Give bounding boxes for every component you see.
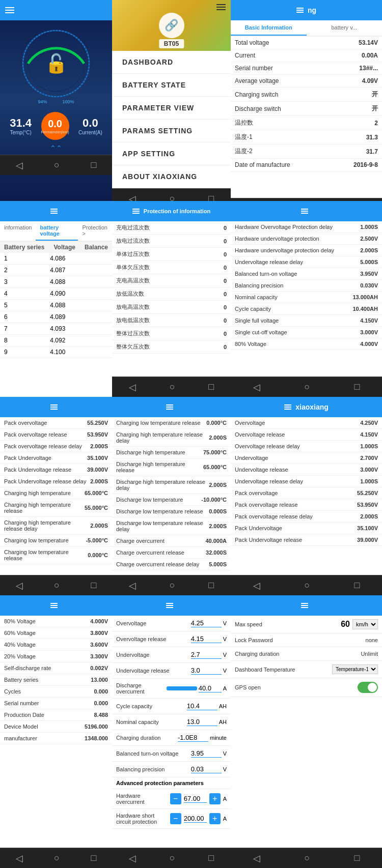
nav-bar-7: ◁ ○ □ [0,575,112,595]
tab-battery-v[interactable]: battery v... [307,20,383,36]
header-info: ng [231,0,382,20]
back-icon[interactable]: ◁ [129,193,136,201]
param-cd-input[interactable] [178,734,208,742]
header-menu-icon-8[interactable] [166,404,173,410]
recent-icon[interactable]: □ [354,853,360,863]
max-speed-unit-select[interactable]: km/h [352,619,378,629]
tab-basic-info[interactable]: Basic Information [231,20,307,36]
prot-row-8: 放电低温次数 0 [112,314,231,327]
param-cc-input[interactable] [187,702,217,710]
prot-row-10: 整体欠压次数 0 [112,340,231,354]
param-disch-oc-input[interactable] [199,684,222,692]
home-icon[interactable]: ○ [54,160,60,170]
hw-short-minus[interactable]: − [170,813,181,824]
recent-icon[interactable]: □ [91,580,96,591]
menu-item-parameter-view[interactable]: PARAMETER VIEW [112,97,231,120]
param-uvr-input[interactable] [191,667,222,675]
header-menu-icon-7[interactable] [50,404,58,410]
home-icon[interactable]: ○ [54,580,60,591]
header-menu-icon-9[interactable] [284,404,291,410]
header-menu-icon-5[interactable] [132,209,140,214]
label-total-voltage: Total voltage [235,39,359,46]
hw-oc-minus[interactable]: − [170,793,181,804]
header-menu-icon-4[interactable] [50,209,58,214]
header-menu-icon[interactable] [296,8,304,13]
tab-protection[interactable]: Protection > [78,221,112,241]
overcurrent-slider[interactable] [167,686,197,690]
recent-icon[interactable]: □ [208,193,214,201]
back-icon[interactable]: ◁ [129,580,136,591]
menu-item-battery-state[interactable]: BATTERY STATE [112,74,231,97]
param-bv-input[interactable] [191,749,222,758]
dashboard-temp-select[interactable]: Temperature-1 Temperature-2 [332,664,378,674]
home-icon[interactable]: ○ [170,382,175,392]
back-icon[interactable]: ◁ [16,853,23,864]
back-icon[interactable]: ◁ [129,853,136,864]
recent-icon[interactable]: □ [208,853,214,863]
chg-low-temp-release: Charging low temperature release 0.000°C [0,546,112,564]
param-hw-short: Hardware short circuit protection − + A [112,809,231,829]
hw-short-plus[interactable]: + [209,813,221,824]
recent-icon[interactable]: □ [354,382,360,392]
home-icon[interactable]: ○ [170,580,175,591]
prot-row-9: 整体过压次数 0 [112,327,231,340]
pack-uv-release-delay: Pack Undervoltage release delay 2.000S [0,476,112,487]
menu-item-params-setting[interactable]: PARAMS SETTING [112,120,231,142]
header-discharge [112,397,231,417]
param-nc-input[interactable] [187,718,217,726]
tab-information[interactable]: information [0,221,36,241]
header-menu-icon-6[interactable] [301,209,308,214]
label-discharge-switch: Discharge switch [235,105,372,112]
hamburger-top[interactable] [216,3,226,12]
home-icon[interactable]: ○ [170,853,175,863]
recent-icon[interactable]: □ [91,160,96,170]
label-wenkong: 温控数 [235,119,374,127]
param-ov-input[interactable] [191,619,222,627]
tab-battery-voltage[interactable]: battery voltage [36,221,78,241]
back-icon[interactable]: ◁ [253,382,260,393]
hw-undervoltage-delay: Hardware undervoltage protection delay 2… [231,245,382,256]
menu-item-dashboard[interactable]: DASHBOARD [112,51,231,74]
param-uv-input[interactable] [191,651,222,659]
home-icon[interactable]: ○ [170,193,175,201]
panel-voltage-levels: 80% Voltage 4.000V 60% Voltage 3.800V 40… [0,595,112,868]
menu-icon[interactable] [5,7,14,13]
pack-undervoltage: Pack Undervoltage 35.100V [0,452,112,464]
back-icon[interactable]: ◁ [129,382,136,393]
recent-icon[interactable]: □ [354,580,360,591]
hw-oc-plus[interactable]: + [209,793,221,804]
hw-oc-input[interactable] [184,795,207,803]
max-speed-row: Max speed 60 km/h [231,616,382,633]
v60: 60% Voltage 3.800V [0,627,112,639]
header-menu-icon-10[interactable] [50,603,58,608]
home-icon[interactable]: ○ [305,853,310,863]
recent-icon[interactable]: □ [91,853,96,863]
chg-low-temp-release-2: Charging low temperature release 0.000°C [112,417,231,429]
back-icon[interactable]: ◁ [16,580,23,591]
voltage-tabs: information battery voltage Protection > [0,221,112,242]
value-temp2: 31.7 [366,148,378,155]
pack-uv-release-9: Pack Undervoltage release 39.000V [231,534,382,546]
header-menu-icon-11[interactable] [166,603,173,608]
panel-menu: 🔗 BT05 DASHBOARD BATTERY STATE PARAMETER… [112,0,231,201]
panel-pack-settings: Pack overvoltage 55.250V Pack overvoltag… [0,397,112,595]
param-bp-input[interactable] [191,765,222,773]
value-discharge-switch: 开 [372,104,378,113]
param-ovr-input[interactable] [191,635,222,643]
back-icon[interactable]: ◁ [253,853,260,864]
hw-short-input[interactable] [184,815,207,823]
home-icon[interactable]: ○ [305,382,310,392]
home-icon[interactable]: ○ [305,580,310,591]
back-icon[interactable]: ◁ [16,160,23,171]
menu-item-about[interactable]: ABOUT XIAOXIANG [112,165,231,188]
recent-icon[interactable]: □ [208,382,214,392]
recent-icon[interactable]: □ [208,580,214,591]
remainder-circle: 0.0 Remainder(km) [41,112,69,140]
gps-toggle[interactable] [358,682,378,693]
header-menu-icon-12[interactable] [301,603,308,608]
panel-dashboard: 🔓 94% 100% 31.4 Temp(°C) 0.0 Remainder(k… [0,0,112,201]
nav-bar-5: ◁ ○ □ [112,377,231,397]
home-icon[interactable]: ○ [54,853,60,863]
back-icon[interactable]: ◁ [253,580,260,591]
menu-item-app-setting[interactable]: APP SETTING [112,142,231,165]
